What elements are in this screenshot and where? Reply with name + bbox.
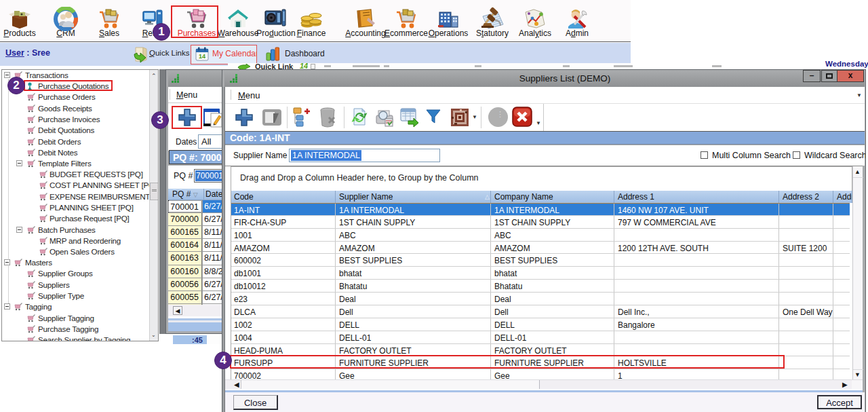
svg-text:14: 14 [199,53,205,60]
